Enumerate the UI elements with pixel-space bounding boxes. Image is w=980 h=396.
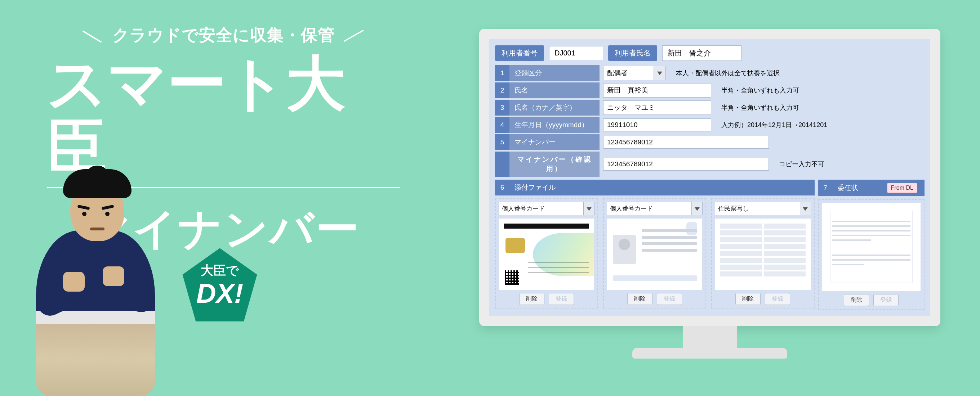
row-label: 生年月日（yyyymmdd） [509,117,600,133]
svg-marker-3 [695,207,700,211]
from-dl-tag[interactable]: From DL [887,183,917,193]
row-label: 登録区分 [509,65,600,81]
row-label: 氏名（カナ／英字） [509,100,600,116]
monitor-stand [632,348,787,358]
section-proxy: 7 委任状 From DL [818,178,925,310]
delete-button[interactable]: 削除 [844,294,869,306]
monitor: 利用者番号 DJ001 利用者氏名 新田 晋之介 1 登録区分 配偶者 本 [479,29,940,358]
row-label: マイナンバー（確認用） [509,152,600,177]
name-input[interactable]: 新田 真裕美 [603,83,711,98]
badge-big-text: DX! [196,278,243,309]
row-number: 3 [495,100,509,116]
row-hint: 本人・配偶者以外は全て扶養を選択 [676,69,780,78]
app-screen: 利用者番号 DJ001 利用者氏名 新田 晋之介 1 登録区分 配偶者 本 [489,39,930,316]
section-label: 委任状 [838,183,858,193]
registration-type-select[interactable]: 配偶者 [603,66,666,80]
attachment-card: 個人番号カード 削除 登録 [495,198,598,309]
attachment-type-select[interactable]: 個人番号カード [499,202,595,215]
brand-title: スマート大臣 [47,52,400,177]
birthdate-input[interactable]: 19911010 [603,119,711,131]
row-registration-type: 1 登録区分 配偶者 本人・配偶者以外は全て扶養を選択 [495,65,924,81]
chevron-down-icon [654,66,666,80]
attachment-type-value: 住民票写し [715,202,800,215]
section-attachments: 6 添付ファイル 個人番号カード [495,178,815,310]
row-number: 2 [495,82,509,98]
chevron-down-icon [692,202,703,215]
attachment-card: 削除 登録 [818,199,925,310]
attachment-thumbnail[interactable] [499,218,595,290]
delete-button[interactable]: 削除 [735,293,760,305]
row-name-kana: 3 氏名（カナ／英字） ニッタ マユミ 半角・全角いずれも入力可 [495,100,924,116]
monitor-stand [683,326,737,348]
row-number: 4 [495,117,509,133]
attachment-type-value: 個人番号カード [499,202,584,215]
delete-button[interactable]: 削除 [627,293,652,305]
attachment-thumbnail[interactable] [822,203,921,291]
header-bar: 利用者番号 DJ001 利用者氏名 新田 晋之介 [495,44,924,65]
row-number: 7 [818,180,833,196]
row-label: マイナンバー [509,134,600,150]
user-name-value[interactable]: 新田 晋之介 [662,45,741,61]
mynumber-confirm-input[interactable]: 123456789012 [603,158,769,171]
user-name-label: 利用者氏名 [608,45,657,61]
sumo-mascot [22,180,177,396]
row-hint: 入力例）2014年12月1日→20141201 [721,120,827,129]
registration-type-value: 配偶者 [603,66,654,80]
row-number: 6 [495,180,509,195]
attachment-thumbnail[interactable] [607,218,703,290]
user-id-value[interactable]: DJ001 [549,46,603,60]
attachment-thumbnail[interactable] [715,218,811,290]
row-name: 2 氏名 新田 真裕美 半角・全角いずれも入力可 [495,82,924,98]
row-hint: 半角・全角いずれも入力可 [721,86,799,95]
user-id-label: 利用者番号 [495,45,544,61]
register-button[interactable]: 登録 [549,293,574,305]
tagline-row: ＼ クラウドで安全に収集・保管 ／ [47,22,400,49]
attachment-type-select[interactable]: 個人番号カード [607,202,703,215]
svg-marker-1 [657,72,662,75]
register-button[interactable]: 登録 [657,293,682,305]
slash-decoration: ＼ [78,19,106,51]
section-label-bar: 委任状 From DL [833,180,925,196]
dx-badge: 大臣で DX! [178,245,261,328]
row-mynumber-confirm: マイナンバー（確認用） 123456789012 コピー入力不可 [495,152,924,177]
slash-decoration: ／ [341,19,369,51]
mynumber-input[interactable]: 123456789012 [603,136,769,149]
row-number [495,152,509,177]
name-kana-input[interactable]: ニッタ マユミ [603,100,711,115]
attachment-type-select[interactable]: 住民票写し [715,202,811,215]
register-button[interactable]: 登録 [873,294,899,306]
delete-button[interactable]: 削除 [519,293,544,305]
attachment-card: 住民票写し 削除 登録 [711,198,814,309]
attachment-card: 個人番号カード 削除 登録 [603,198,706,309]
chevron-down-icon [584,202,595,215]
register-button[interactable]: 登録 [765,293,790,305]
tagline: クラウドで安全に収集・保管 [112,24,335,46]
row-label: 氏名 [509,82,600,98]
row-number: 5 [495,134,509,150]
row-hint: コピー入力不可 [779,160,824,168]
chevron-down-icon [800,202,811,215]
badge-top-text: 大臣で [201,263,239,277]
svg-marker-4 [803,207,808,211]
section-label: 添付ファイル [509,180,815,195]
svg-marker-2 [587,207,592,211]
row-birthdate: 4 生年月日（yyyymmdd） 19911010 入力例）2014年12月1日… [495,117,924,133]
row-number: 1 [495,65,509,81]
attachment-type-value: 個人番号カード [607,202,692,215]
row-hint: 半角・全角いずれも入力可 [721,103,799,112]
row-mynumber: 5 マイナンバー 123456789012 [495,134,924,150]
